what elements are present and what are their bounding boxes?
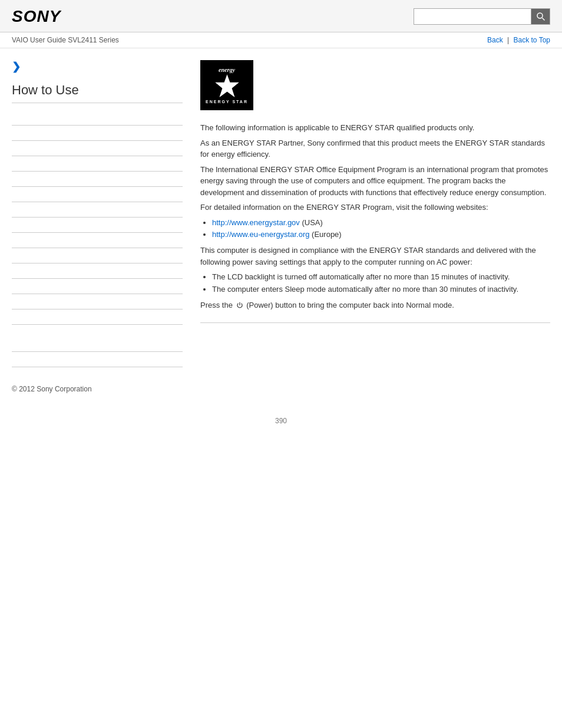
list-item[interactable] (12, 141, 183, 156)
sidebar: ❯ How to Use © 2012 Sony Corporation (12, 54, 194, 393)
link-suffix-2: (Europe) (309, 230, 341, 239)
list-item[interactable] (12, 156, 183, 172)
search-area (414, 8, 550, 25)
list-item[interactable] (12, 172, 183, 187)
list-item[interactable] (12, 233, 183, 248)
nav-separator: | (507, 36, 509, 44)
svg-point-0 (537, 13, 543, 18)
page-footer: 390 (0, 405, 562, 437)
content-para-3: The International ENERGY STAR Office Equ… (200, 164, 550, 199)
svg-marker-2 (215, 74, 239, 97)
content-area: energy ENERGY STAR The following informa… (194, 54, 550, 393)
header: SONY (0, 0, 562, 32)
power-icon (236, 301, 244, 309)
list-item[interactable] (12, 337, 183, 352)
list-item: The LCD backlight is turned off automati… (212, 271, 550, 284)
page-number: 390 (275, 417, 287, 425)
list-item[interactable] (12, 309, 183, 325)
content-para-1: The following information is applicable … (200, 122, 550, 134)
list-item[interactable] (12, 294, 183, 309)
breadcrumb: VAIO User Guide SVL2411 Series (12, 36, 119, 44)
list-item[interactable] (12, 279, 183, 294)
search-button[interactable] (531, 8, 550, 25)
list-item[interactable] (12, 218, 183, 233)
list-item[interactable] (12, 248, 183, 263)
list-item[interactable] (12, 352, 183, 367)
content-divider (200, 322, 550, 323)
list-item[interactable] (12, 187, 183, 202)
back-link[interactable]: Back (487, 36, 503, 44)
link-suffix-1: (USA) (300, 218, 323, 227)
star-svg (214, 73, 240, 100)
svg-line-1 (542, 18, 544, 21)
sidebar-chevron[interactable]: ❯ (12, 60, 183, 73)
eu-energystar-link[interactable]: http://www.eu-energystar.org (212, 230, 309, 239)
nav-bar: VAIO User Guide SVL2411 Series Back | Ba… (0, 32, 562, 48)
content-para-5: This computer is designed in compliance … (200, 245, 550, 268)
search-input[interactable] (414, 8, 531, 25)
energystar-gov-link[interactable]: http://www.energystar.gov (212, 218, 300, 227)
list-item[interactable] (12, 202, 183, 218)
back-to-top-link[interactable]: Back to Top (514, 36, 550, 44)
sidebar-title: How to Use (12, 83, 183, 103)
copyright-sidebar: © 2012 Sony Corporation (12, 385, 183, 393)
content-para-6: Press the (Power) button to bring the co… (200, 299, 550, 311)
content-para-2: As an ENERGY STAR Partner, Sony confirme… (200, 137, 550, 160)
energy-star-image: energy ENERGY STAR (200, 60, 253, 110)
sidebar-items (12, 110, 183, 325)
list-item[interactable] (12, 263, 183, 279)
list-item[interactable] (12, 110, 183, 126)
content-para-4: For detailed information on the ENERGY S… (200, 202, 550, 213)
power-saving-list: The LCD backlight is turned off automati… (212, 271, 550, 296)
list-item: The computer enters Sleep mode automatic… (212, 284, 550, 296)
search-icon (536, 12, 546, 21)
energy-star-links: http://www.energystar.gov (USA) http://w… (212, 217, 550, 242)
sony-logo: SONY (12, 7, 61, 26)
list-item: http://www.eu-energystar.org (Europe) (212, 229, 550, 241)
nav-links: Back | Back to Top (487, 36, 550, 44)
main-content: ❯ How to Use © 2012 Sony Corporation (0, 48, 562, 405)
para6-suffix: (Power) button to bring the computer bac… (246, 301, 454, 309)
para6-prefix: Press the (200, 301, 235, 309)
energy-star-logo: energy ENERGY STAR (200, 60, 550, 110)
list-item[interactable] (12, 126, 183, 141)
list-item: http://www.energystar.gov (USA) (212, 217, 550, 229)
